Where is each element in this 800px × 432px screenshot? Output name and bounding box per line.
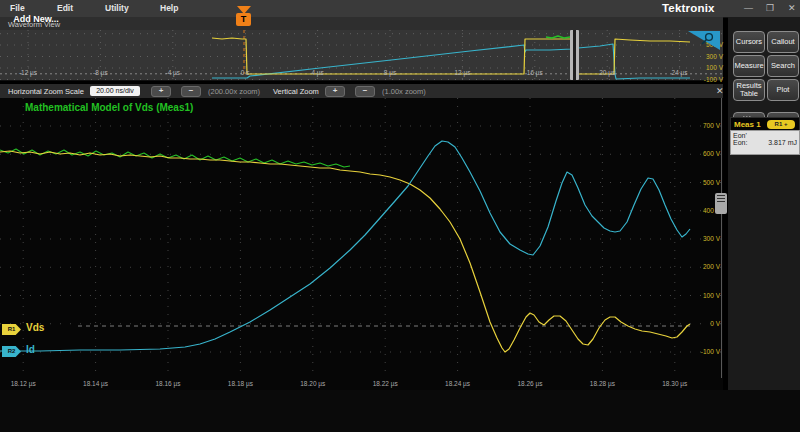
menu-file[interactable]: File — [10, 0, 25, 13]
restore-button[interactable]: ❐ — [766, 3, 774, 13]
main-time-tick: 18.14 µs — [78, 380, 114, 387]
panel-button-plot[interactable]: Plot — [767, 79, 799, 101]
overview-graticule[interactable]: -12 µs-8 µs-4 µs0 s4 µs8 µs12 µs16 µs20 … — [0, 30, 723, 81]
panel-button-callout[interactable]: Callout — [767, 31, 799, 53]
bottom-bar: Ref 1100 V/div3.125 GSAVds.wfmMath 2100 … — [0, 390, 800, 432]
main-time-axis: 18.12 µs18.14 µs18.16 µs18.18 µs18.20 µs… — [0, 378, 723, 390]
overview-voltage-tick: -100 V — [697, 76, 723, 83]
meas-result-row1: Eon' — [731, 131, 799, 139]
meas1-name: Meas 1 — [734, 120, 761, 129]
title-bar: File Edit Utility Help Tektronix — ❐ ✕ — [0, 0, 800, 18]
add-new-header: Add New... — [0, 14, 72, 24]
main-time-tick: 18.22 µs — [367, 380, 403, 387]
main-time-tick: 18.18 µs — [222, 380, 258, 387]
overview-time-tick: 16 µs — [521, 69, 549, 76]
v-zoom-factor-label: (1.00x zoom) — [382, 87, 426, 96]
meas1-source-pill[interactable]: R1 + — [767, 120, 795, 129]
main-time-tick: 18.30 µs — [657, 380, 693, 387]
menu-utility[interactable]: Utility — [105, 0, 129, 13]
math-annotation: Mathematical Model of Vds (Meas1) — [25, 102, 193, 113]
main-voltage-tick: 0 V — [692, 320, 720, 327]
oscilloscope-screen: File Edit Utility Help Tektronix — ❐ ✕ W… — [0, 0, 800, 432]
overview-time-tick: 12 µs — [448, 69, 476, 76]
main-voltage-tick: 600 V — [692, 150, 720, 157]
vertical-scrollbar-handle[interactable] — [715, 193, 727, 214]
trigger-flag[interactable]: T — [236, 13, 251, 26]
panel-button-search[interactable]: Search — [767, 55, 799, 77]
h-zoom-factor-label: (200.00x zoom) — [208, 87, 260, 96]
h-zoom-decrease-button[interactable]: − — [181, 86, 201, 97]
horizontal-zoom-scale-label: Horizontal Zoom Scale — [8, 87, 84, 96]
overview-time-tick: 8 µs — [376, 69, 404, 76]
panel-button-results-table[interactable]: Results Table — [733, 79, 765, 101]
panel-button-cursors[interactable]: Cursors — [733, 31, 765, 53]
vertical-scrollbar-track[interactable] — [721, 98, 722, 378]
close-zoom-icon[interactable]: ✕ — [716, 86, 724, 96]
main-voltage-tick: -100 V — [692, 348, 720, 355]
overview-voltage-tick: 100 V — [697, 64, 723, 71]
h-zoom-increase-button[interactable]: + — [151, 86, 171, 97]
id-label: Id — [26, 344, 35, 355]
vertical-zoom-label: Vertical Zoom — [273, 87, 319, 96]
v-zoom-increase-button[interactable]: + — [325, 86, 345, 97]
vds-label: Vds — [26, 322, 44, 333]
main-time-tick: 18.16 µs — [150, 380, 186, 387]
overview-time-tick: 4 µs — [304, 69, 332, 76]
main-waveforms — [0, 98, 723, 378]
minimize-button[interactable]: — — [744, 3, 753, 13]
zoom-overview-icon[interactable] — [688, 31, 720, 50]
overview-time-tick: -8 µs — [86, 69, 114, 76]
meas1-results-box: Eon' Eon:3.817 mJ — [730, 130, 800, 155]
main-time-tick: 18.20 µs — [295, 380, 331, 387]
menu-help[interactable]: Help — [160, 0, 178, 13]
main-graticule[interactable] — [0, 98, 723, 378]
overview-time-tick: 0 s — [231, 69, 259, 76]
zoom-scale-bar: Horizontal Zoom Scale 20.00 ns/div + − (… — [0, 84, 723, 99]
main-time-tick: 18.12 µs — [5, 380, 41, 387]
close-button[interactable]: ✕ — [788, 3, 796, 13]
main-voltage-tick: 500 V — [692, 179, 720, 186]
zoom-window-marker[interactable] — [570, 30, 579, 80]
overview-voltage-tick: 300 V — [697, 53, 723, 60]
overview-time-tick: -12 µs — [14, 69, 42, 76]
meas-result-row2: Eon:3.817 mJ — [731, 139, 799, 146]
overview-time-tick: 24 µs — [666, 69, 694, 76]
main-voltage-tick: 100 V — [692, 292, 720, 299]
panel-button-measure[interactable]: Measure — [733, 55, 765, 77]
horizontal-zoom-scale-input[interactable]: 20.00 ns/div — [90, 86, 140, 96]
overview-time-tick: -4 µs — [159, 69, 187, 76]
main-time-tick: 18.28 µs — [584, 380, 620, 387]
main-time-tick: 18.24 µs — [440, 380, 476, 387]
menu-edit[interactable]: Edit — [57, 0, 73, 13]
main-voltage-tick: 200 V — [692, 263, 720, 270]
main-voltage-tick: 300 V — [692, 235, 720, 242]
main-time-tick: 18.26 µs — [512, 380, 548, 387]
tektronix-logo: Tektronix — [662, 2, 715, 14]
overview-time-tick: 20 µs — [593, 69, 621, 76]
waveform-view-tab-bar: Waveform View — [0, 17, 723, 31]
main-voltage-tick: 700 V — [692, 122, 720, 129]
v-zoom-decrease-button[interactable]: − — [355, 86, 375, 97]
